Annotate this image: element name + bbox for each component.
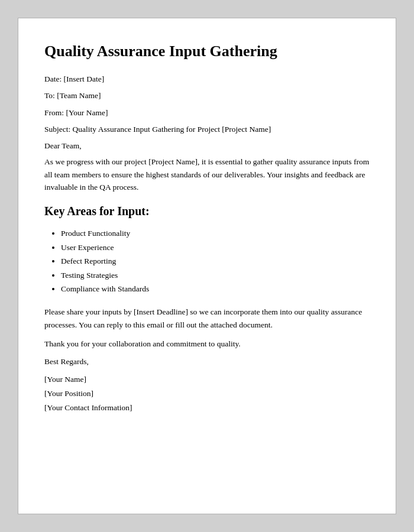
document-container: Quality Assurance Input Gathering Date: …	[18, 18, 396, 514]
action-paragraph: Please share your inputs by [Insert Dead…	[44, 306, 370, 331]
greeting-text: Dear Team,	[44, 141, 370, 151]
subject-line: Subject: Quality Assurance Input Gatheri…	[44, 124, 370, 135]
document-title: Quality Assurance Input Gathering	[44, 42, 370, 60]
key-areas-list: Product Functionality User Experience De…	[44, 226, 370, 296]
key-areas-heading: Key Areas for Input:	[44, 205, 370, 218]
list-item: Compliance with Standards	[61, 282, 370, 296]
closing-position: [Your Position]	[44, 389, 370, 398]
list-item: Testing Strategies	[61, 268, 370, 283]
list-item: Defect Reporting	[61, 254, 370, 268]
closing-regards: Best Regards,	[44, 357, 370, 366]
list-item: Product Functionality	[61, 226, 370, 241]
date-line: Date: [Insert Date]	[44, 73, 370, 85]
closing-contact: [Your Contact Information]	[44, 403, 370, 413]
closing-name: [Your Name]	[44, 375, 370, 384]
from-line: From: [Your Name]	[44, 107, 370, 119]
thanks-line: Thank you for your collaboration and com…	[44, 339, 370, 349]
list-item: User Experience	[61, 241, 370, 255]
to-line: To: [Team Name]	[44, 90, 370, 102]
intro-paragraph: As we progress with our project [Project…	[44, 155, 370, 194]
